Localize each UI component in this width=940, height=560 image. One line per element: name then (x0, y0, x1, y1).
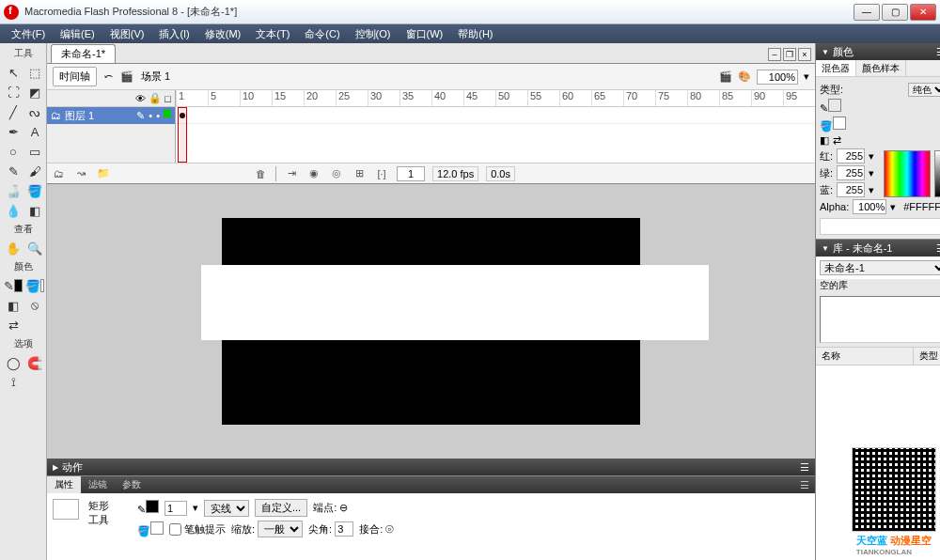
rectangle-shape[interactable] (201, 265, 709, 340)
zoom-dropdown-icon[interactable]: ▾ (804, 70, 809, 83)
stroke-swatch[interactable]: ✎ (820, 99, 841, 115)
tab-properties[interactable]: 属性 (47, 476, 81, 493)
lasso-tool[interactable]: ᔓ (24, 102, 45, 121)
fill-color-swatch[interactable]: 🪣 (137, 521, 164, 537)
hex-value[interactable]: #FFFFFF (903, 201, 940, 212)
menu-insert[interactable]: 插入(I) (151, 25, 196, 43)
stepper-icon[interactable]: ▾ (193, 502, 198, 514)
frame-ruler[interactable]: 15101520253035404550556065707580859095 (175, 90, 815, 106)
actions-panel-header[interactable]: ▶ 动作 ☰ (47, 459, 815, 475)
zoom-tool[interactable]: 🔍 (24, 239, 45, 257)
tab-mixer[interactable]: 混色器 (816, 60, 856, 76)
object-drawing-icon[interactable]: ◯ (3, 353, 24, 372)
current-frame-input[interactable] (397, 166, 425, 181)
fill-color[interactable]: 🪣 (24, 276, 45, 295)
stroke-color-swatch[interactable]: ✎ (137, 500, 159, 516)
onion-skin-icon[interactable]: ◉ (306, 166, 321, 181)
ink-bottle-tool[interactable]: 🍶 (3, 181, 24, 200)
close-button[interactable]: ✕ (910, 4, 936, 21)
new-layer-icon[interactable]: 🗂 (51, 166, 66, 181)
swap-colors-icon[interactable]: ⇄ (3, 316, 24, 334)
document-tab[interactable]: 未命名-1* (51, 44, 116, 63)
bw-icon[interactable]: ◧ (820, 134, 829, 147)
col-type[interactable]: 类型 (914, 348, 940, 365)
stroke-weight-input[interactable] (164, 501, 187, 516)
eye-icon[interactable]: 👁 (135, 93, 146, 104)
menu-control[interactable]: 控制(O) (348, 25, 399, 43)
onion-markers-icon[interactable]: [·] (374, 166, 389, 181)
scene-name[interactable]: 场景 1 (141, 70, 170, 84)
menu-view[interactable]: 视图(V) (102, 25, 152, 43)
rect-options-icon[interactable]: ⟟ (3, 373, 24, 392)
subselection-tool[interactable]: ⬚ (24, 63, 45, 82)
stage-area[interactable] (47, 184, 815, 459)
fill-swatch[interactable]: 🪣 (820, 117, 846, 132)
panel-options-icon[interactable]: ☰ (794, 479, 815, 491)
col-name[interactable]: 名称 (816, 348, 914, 365)
lock-icon[interactable]: 🔒 (149, 92, 162, 104)
custom-stroke-button[interactable]: 自定义... (255, 499, 307, 517)
menu-modify[interactable]: 修改(M) (197, 25, 249, 43)
doc-restore-icon[interactable]: ❐ (783, 48, 796, 61)
alpha-input[interactable] (853, 199, 886, 214)
edit-scene-icon[interactable]: 🎬 (719, 70, 732, 83)
playhead[interactable] (178, 107, 187, 163)
panel-options-icon[interactable]: ☰ (936, 242, 940, 255)
paint-bucket-tool[interactable]: 🪣 (24, 181, 45, 200)
maximize-button[interactable]: ▢ (882, 4, 908, 21)
brightness-slider[interactable] (934, 150, 940, 197)
menu-edit[interactable]: 编辑(E) (53, 25, 102, 43)
onion-outline-icon[interactable]: ◎ (329, 166, 344, 181)
tab-swatches[interactable]: 颜色样本 (856, 60, 906, 76)
gradient-transform-tool[interactable]: ◩ (24, 83, 45, 101)
doc-minimize-icon[interactable]: – (768, 48, 781, 61)
library-panel-header[interactable]: ▼库 - 未命名-1☰ (816, 240, 940, 257)
line-tool[interactable]: ╱ (3, 102, 24, 121)
rectangle-tool[interactable]: ▭ (24, 142, 45, 161)
delete-layer-icon[interactable]: 🗑 (253, 166, 268, 181)
snap-icon[interactable]: 🧲 (24, 353, 45, 372)
panel-options-icon[interactable]: ☰ (936, 46, 940, 58)
join-icon[interactable]: ⦾ (385, 523, 394, 536)
frames-area[interactable] (175, 107, 815, 163)
no-color-icon[interactable]: ⦸ (24, 296, 45, 315)
free-transform-tool[interactable]: ⛶ (3, 83, 24, 101)
scale-select[interactable]: 一般 (258, 521, 303, 537)
stroke-color[interactable]: ✎ (3, 276, 24, 295)
timeline-toggle-button[interactable]: 时间轴 (53, 67, 97, 86)
layer-row[interactable]: 🗂 图层 1 ✎•• (47, 107, 175, 124)
stage[interactable] (222, 218, 640, 425)
blue-input[interactable] (837, 182, 865, 197)
back-icon[interactable]: ⤺ (104, 70, 113, 83)
hand-tool[interactable]: ✋ (3, 239, 24, 257)
selection-tool[interactable]: ↖ (3, 63, 24, 82)
pen-tool[interactable]: ✒ (3, 122, 24, 141)
red-input[interactable] (837, 148, 865, 163)
pencil-tool[interactable]: ✎ (3, 162, 24, 180)
zoom-input[interactable] (757, 70, 798, 85)
swap-icon[interactable]: ⇄ (833, 134, 841, 147)
doc-close-icon[interactable]: × (798, 48, 811, 61)
edit-symbol-icon[interactable]: 🎨 (738, 70, 751, 83)
color-panel-header[interactable]: ▼颜色☰ (816, 43, 940, 60)
menu-text[interactable]: 文本(T) (248, 25, 297, 43)
cap-icon[interactable]: ⊖ (339, 502, 348, 514)
minimize-button[interactable]: — (854, 4, 880, 21)
miter-input[interactable] (335, 521, 353, 537)
black-white-icon[interactable]: ◧ (3, 296, 24, 315)
green-input[interactable] (837, 165, 865, 180)
stroke-hint-checkbox[interactable] (169, 523, 181, 536)
color-picker[interactable] (884, 150, 931, 197)
tab-filters[interactable]: 滤镜 (81, 476, 115, 493)
brush-tool[interactable]: 🖌 (24, 162, 45, 180)
outline-icon[interactable]: □ (164, 93, 171, 104)
center-frame-icon[interactable]: ⇥ (284, 166, 299, 181)
menu-file[interactable]: 文件(F) (4, 25, 53, 43)
library-doc-select[interactable]: 未命名-1 (820, 260, 940, 275)
eyedropper-tool[interactable]: 💧 (3, 201, 24, 220)
menu-window[interactable]: 窗口(W) (399, 25, 451, 43)
eraser-tool[interactable]: ◧ (24, 201, 45, 220)
oval-tool[interactable]: ○ (3, 142, 24, 161)
new-motion-guide-icon[interactable]: ↝ (73, 166, 88, 181)
text-tool[interactable]: A (24, 122, 45, 141)
